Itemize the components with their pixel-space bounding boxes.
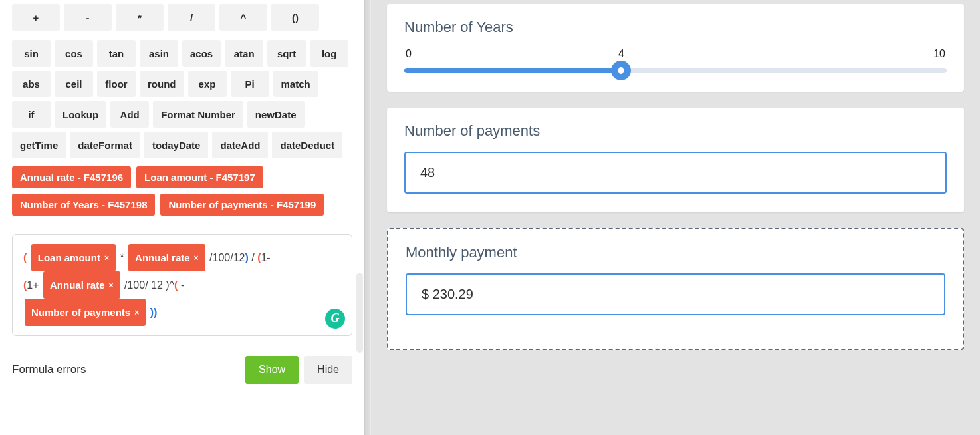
grammarly-icon[interactable]: G [325, 309, 345, 329]
token-annual-rate[interactable]: Annual rate × [128, 244, 205, 271]
token-remove-icon[interactable]: × [194, 254, 199, 262]
function-button[interactable]: Format Number [153, 101, 243, 128]
monthly-payment-output: $ 230.29 [406, 273, 945, 315]
operator-button[interactable]: () [271, 4, 319, 31]
operator-button[interactable]: + [12, 4, 60, 31]
paren-open: ( [23, 252, 30, 263]
years-slider[interactable] [404, 68, 947, 73]
function-button[interactable]: todayDate [144, 132, 209, 158]
function-button[interactable]: dateDeduct [272, 132, 342, 158]
formula-builder-panel: +-*/^() sincostanasinacosatansqrtlogabsc… [0, 0, 364, 435]
function-button[interactable]: sin [12, 40, 51, 67]
token-annual-rate[interactable]: Annual rate × [43, 271, 120, 299]
paren-close: )) [150, 307, 158, 318]
formula-errors-label: Formula errors [12, 363, 86, 376]
operator-button[interactable]: - [64, 4, 112, 31]
token-loan-amount[interactable]: Loan amount × [31, 244, 116, 271]
function-button[interactable]: Lookup [55, 101, 106, 128]
show-errors-button[interactable]: Show [245, 356, 299, 384]
card-title: Number of payments [404, 122, 947, 140]
paren-close: ) [245, 252, 248, 263]
function-button[interactable]: newDate [247, 101, 305, 128]
function-button[interactable]: dateAdd [212, 132, 268, 158]
field-chip[interactable]: Annual rate - F457196 [12, 166, 131, 188]
card-number-of-payments: Number of payments [387, 108, 964, 212]
function-button[interactable]: exp [188, 71, 227, 97]
function-button[interactable]: acos [182, 40, 221, 67]
number-of-payments-input[interactable] [404, 152, 947, 194]
literal: 1+ [27, 279, 42, 291]
field-chip[interactable]: Number of payments - F457199 [160, 194, 324, 216]
card-title: Monthly payment [406, 244, 945, 261]
literal: 1- [261, 252, 270, 263]
function-button[interactable]: ceil [55, 71, 93, 97]
panel-divider[interactable] [364, 0, 371, 435]
scrollbar[interactable] [356, 273, 363, 353]
field-chip[interactable]: Number of Years - F457198 [12, 194, 155, 216]
slider-fill [404, 68, 621, 73]
field-chip-list: Annual rate - F457196Loan amount - F4571… [12, 166, 352, 216]
card-title: Number of Years [404, 19, 947, 36]
token-label: Annual rate [50, 274, 105, 296]
function-button[interactable]: tan [97, 40, 136, 67]
function-button[interactable]: round [140, 71, 184, 97]
function-button[interactable]: log [310, 40, 348, 67]
literal: /100/ 12 )^ [124, 279, 174, 291]
literal: / [251, 252, 257, 263]
formula-errors-row: Formula errors Show Hide [12, 356, 352, 384]
card-number-of-years: Number of Years 0 4 10 [387, 4, 964, 92]
token-remove-icon[interactable]: × [104, 254, 109, 262]
slider-value-label: 4 [618, 48, 624, 60]
literal: /100/12 [209, 252, 245, 263]
function-button[interactable]: getTime [12, 132, 66, 158]
function-button[interactable]: Add [110, 101, 149, 128]
slider-max-label: 10 [933, 48, 945, 60]
formula-editor[interactable]: ( Loan amount × * Annual rate × /100/12)… [12, 234, 352, 336]
function-button[interactable]: sqrt [267, 40, 306, 67]
function-button[interactable]: floor [97, 71, 136, 97]
hide-errors-button[interactable]: Hide [304, 356, 352, 384]
operator-button[interactable]: ^ [219, 4, 267, 31]
operator-row: +-*/^() [12, 4, 352, 31]
literal: - [178, 279, 184, 291]
token-remove-icon[interactable]: × [109, 281, 114, 289]
card-monthly-payment[interactable]: Monthly payment $ 230.29 [387, 228, 964, 350]
slider-thumb[interactable] [611, 61, 631, 80]
operator-button[interactable]: / [168, 4, 215, 31]
function-button[interactable]: dateFormat [70, 132, 140, 158]
slider-min-label: 0 [406, 48, 412, 60]
slider-labels: 0 4 10 [404, 48, 947, 63]
function-button[interactable]: cos [55, 40, 93, 67]
function-button[interactable]: if [12, 101, 51, 128]
function-button[interactable]: atan [225, 40, 263, 67]
function-button[interactable]: Pi [231, 71, 269, 97]
token-label: Loan amount [38, 247, 100, 269]
function-button[interactable]: abs [12, 71, 51, 97]
field-chip[interactable]: Loan amount - F457197 [136, 166, 263, 188]
token-remove-icon[interactable]: × [134, 309, 139, 317]
token-label: Number of payments [31, 301, 130, 323]
function-row: sincostanasinacosatansqrtlogabsceilfloor… [12, 40, 352, 158]
preview-panel: Number of Years 0 4 10 Number of payment… [371, 0, 980, 435]
literal: * [120, 252, 127, 263]
token-label: Annual rate [135, 247, 190, 269]
function-button[interactable]: match [273, 71, 318, 97]
function-button[interactable]: asin [140, 40, 178, 67]
operator-button[interactable]: * [116, 4, 164, 31]
token-number-of-payments[interactable]: Number of payments × [25, 299, 146, 326]
